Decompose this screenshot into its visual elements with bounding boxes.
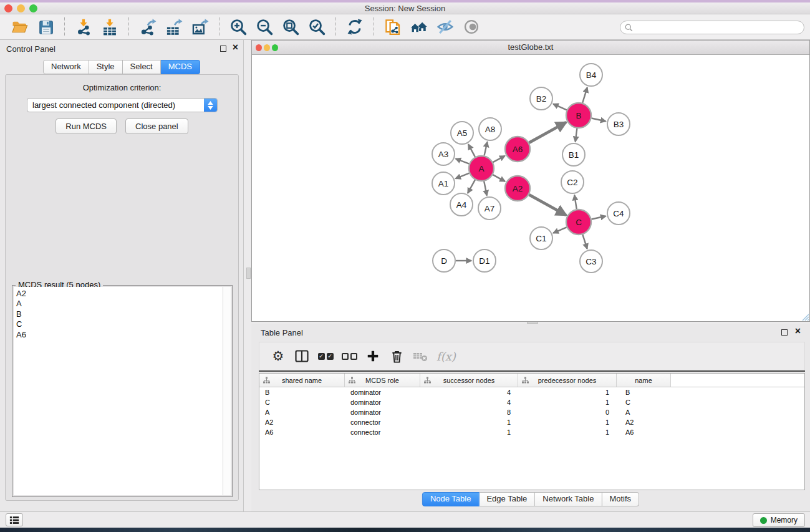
edge-C-C1[interactable] [553, 227, 566, 233]
node-C3[interactable]: C3 [580, 250, 602, 273]
column-header-successor-nodes[interactable]: successor nodes [420, 374, 518, 387]
zoom-window-button[interactable] [29, 4, 37, 12]
tab-network[interactable]: Network [43, 60, 89, 74]
create-column-button[interactable] [362, 345, 384, 367]
tab-style[interactable]: Style [89, 60, 123, 74]
network-zoom-button[interactable] [272, 44, 278, 51]
node-B1[interactable]: B1 [562, 143, 585, 166]
unselect-all-columns-button[interactable] [338, 345, 360, 367]
import-table-button[interactable] [99, 17, 120, 37]
edge-B-B4[interactable] [582, 87, 587, 103]
table-row[interactable]: A6connector11A6 [259, 427, 804, 437]
edge-B-B3[interactable] [592, 118, 606, 121]
edge-A-A1[interactable] [456, 173, 470, 179]
node-B3[interactable]: B3 [607, 113, 630, 135]
zoom-selected-button[interactable] [306, 17, 327, 37]
node-B2[interactable]: B2 [530, 87, 552, 110]
float-panel-icon[interactable] [220, 46, 226, 52]
edge-A-A7[interactable] [484, 181, 487, 196]
mcds-result-item[interactable]: B [14, 309, 223, 319]
zoom-out-button[interactable] [254, 17, 275, 37]
edge-A-A6[interactable] [493, 156, 505, 162]
result-scrollbar[interactable] [223, 287, 231, 495]
delete-column-button[interactable] [385, 345, 408, 367]
node-C1[interactable]: C1 [530, 227, 552, 249]
node-A3[interactable]: A3 [432, 143, 455, 165]
edge-A6-B[interactable] [529, 122, 566, 143]
edge-A-A4[interactable] [468, 180, 475, 193]
memory-button[interactable]: Memory [753, 513, 805, 527]
new-network-from-file-button[interactable] [382, 17, 403, 37]
task-history-button[interactable] [6, 513, 23, 526]
network-canvas-svg[interactable]: AA1A2A3A4A5A6A7A8BB1B2B3B4CC1C2C3C4DD1 [252, 55, 809, 321]
tab-mcds[interactable]: MCDS [161, 60, 200, 74]
edge-A2-C[interactable] [529, 195, 566, 215]
export-image-button[interactable] [190, 17, 211, 37]
network-minimize-button[interactable] [264, 44, 270, 51]
edge-A-A8[interactable] [485, 142, 488, 155]
node-C4[interactable]: C4 [607, 202, 630, 225]
mcds-result-item[interactable]: A6 [14, 330, 223, 340]
node-A[interactable]: A [469, 156, 494, 181]
minimize-window-button[interactable] [17, 4, 25, 12]
node-C2[interactable]: C2 [561, 171, 584, 193]
edge-A-A3[interactable] [456, 158, 470, 163]
table-settings-button[interactable]: ⚙ [267, 345, 289, 367]
search-input[interactable] [636, 23, 804, 32]
node-B[interactable]: B [566, 103, 591, 128]
export-table-button[interactable] [163, 17, 185, 37]
node-D1[interactable]: D1 [473, 249, 496, 272]
node-A8[interactable]: A8 [479, 118, 501, 140]
zoom-in-button[interactable] [228, 17, 249, 37]
column-header-shared-name[interactable]: shared name [259, 374, 345, 387]
show-all-networks-button[interactable] [408, 17, 430, 37]
node-C[interactable]: C [566, 210, 591, 235]
node-A6[interactable]: A6 [505, 137, 530, 162]
close-panel-button[interactable]: Close panel [125, 118, 188, 134]
table-tab-motifs[interactable]: Motifs [602, 492, 639, 506]
zoom-fit-button[interactable] [280, 17, 301, 37]
open-session-button[interactable] [9, 17, 30, 37]
save-session-button[interactable] [35, 17, 56, 37]
network-close-button[interactable] [256, 44, 262, 51]
resize-grip-icon[interactable] [801, 313, 809, 321]
edge-C-C3[interactable] [582, 235, 587, 249]
show-graphics-details-button[interactable] [461, 17, 482, 37]
edge-A-A2[interactable] [493, 175, 504, 181]
mcds-result-item[interactable]: A2 [14, 289, 223, 299]
edge-A-A5[interactable] [468, 144, 475, 157]
float-table-panel-icon[interactable] [781, 329, 788, 336]
table-tab-network-table[interactable]: Network Table [535, 492, 602, 506]
node-A7[interactable]: A7 [478, 197, 501, 220]
node-A2[interactable]: A2 [505, 176, 530, 201]
node-A1[interactable]: A1 [432, 172, 455, 195]
close-panel-icon[interactable]: × [233, 42, 238, 53]
run-mcds-button[interactable]: Run MCDS [55, 118, 117, 134]
select-all-columns-button[interactable]: ✓✓ [314, 345, 337, 367]
node-A5[interactable]: A5 [451, 122, 473, 144]
import-network-button[interactable] [73, 17, 94, 37]
column-header-name[interactable]: name [617, 374, 671, 387]
column-header-predecessor-nodes[interactable]: predecessor nodes [518, 374, 617, 387]
column-header-mcds-role[interactable]: MCDS role [345, 374, 420, 387]
node-B4[interactable]: B4 [580, 64, 602, 86]
edge-C-C2[interactable] [574, 195, 577, 210]
mcds-result-item[interactable]: C [14, 319, 223, 329]
edge-B-B2[interactable] [553, 104, 567, 110]
tab-select[interactable]: Select [123, 60, 161, 74]
node-A4[interactable]: A4 [450, 193, 473, 216]
close-table-panel-icon[interactable]: × [795, 326, 801, 337]
criterion-dropdown[interactable]: largest connected component (directed) [27, 98, 218, 112]
table-row[interactable]: A2connector11A2 [259, 417, 804, 427]
edge-C-C4[interactable] [592, 216, 606, 219]
vertical-splitter-grip[interactable] [246, 268, 251, 279]
table-row[interactable]: Adominator80A [259, 407, 804, 417]
hide-graphics-details-button[interactable] [435, 17, 456, 37]
edge-B-B1[interactable] [576, 128, 577, 142]
node-D[interactable]: D [433, 249, 455, 272]
refresh-view-button[interactable] [344, 17, 365, 37]
table-tab-edge-table[interactable]: Edge Table [479, 492, 535, 506]
export-network-button[interactable] [137, 17, 158, 37]
mcds-result-item[interactable]: A [14, 299, 223, 309]
table-tab-node-table[interactable]: Node Table [422, 492, 480, 506]
